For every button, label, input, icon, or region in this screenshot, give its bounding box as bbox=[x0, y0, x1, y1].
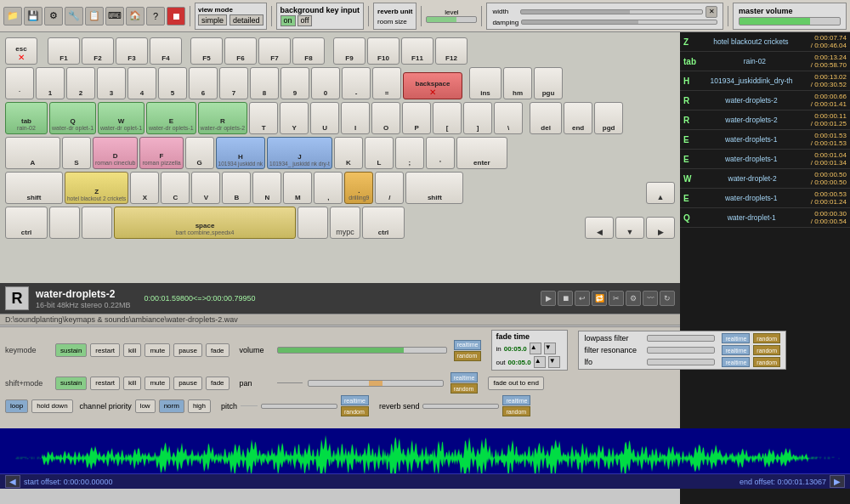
key-2[interactable]: 2 bbox=[66, 67, 95, 99]
key-c[interactable]: C bbox=[161, 172, 190, 204]
key-9[interactable]: 9 bbox=[280, 67, 309, 99]
key-f1[interactable]: F1 bbox=[48, 37, 80, 65]
lfo-random-btn[interactable]: random bbox=[753, 357, 780, 367]
lowpass-realtime-btn[interactable]: realtime bbox=[722, 333, 750, 343]
shiftmode-kill-btn[interactable]: kill bbox=[123, 377, 141, 390]
key-backtick[interactable]: ` bbox=[5, 67, 34, 99]
wf-btn-4[interactable]: 🔁 bbox=[592, 291, 607, 306]
fade-in-up-btn[interactable]: ▲ bbox=[530, 343, 541, 354]
key-v[interactable]: V bbox=[191, 172, 220, 204]
right-item-0[interactable]: Z hotel blackout2 crickets 0:00:07.74 / … bbox=[680, 32, 850, 52]
pan-random-btn[interactable]: random bbox=[450, 383, 479, 394]
keymode-fade-btn[interactable]: fade bbox=[206, 343, 230, 357]
key-k[interactable]: L bbox=[365, 137, 394, 169]
reverb-realtime-btn[interactable]: realtime bbox=[502, 395, 530, 405]
key-down[interactable]: ▼ bbox=[615, 217, 644, 239]
ch-prio-norm-btn[interactable]: norm bbox=[159, 399, 184, 413]
wf-next-btn[interactable]: ▶ bbox=[830, 475, 845, 488]
toolbar-icon-4[interactable]: 🔧 bbox=[65, 7, 83, 25]
key-alt-r[interactable] bbox=[298, 207, 328, 239]
key-home[interactable]: hm bbox=[503, 67, 532, 99]
key-f10[interactable]: F10 bbox=[367, 37, 400, 65]
wf-btn-6[interactable]: ⚙ bbox=[626, 291, 641, 306]
fade-out-down-btn[interactable]: ▼ bbox=[548, 356, 560, 368]
key-f5[interactable]: F5 bbox=[190, 37, 223, 65]
wf-btn-7[interactable]: 〰 bbox=[643, 291, 658, 306]
wf-btn-refresh[interactable]: ↻ bbox=[660, 291, 675, 306]
right-item-5[interactable]: E water-droplets-1 0:00:01.53 / 0:00:01.… bbox=[680, 130, 850, 150]
key-f3[interactable]: F3 bbox=[116, 37, 148, 65]
key-dot[interactable]: . drilling9 bbox=[344, 172, 373, 204]
keymode-sustain-btn[interactable]: sustain bbox=[55, 343, 87, 357]
key-f7[interactable]: F7 bbox=[258, 37, 291, 65]
key-comma[interactable]: , bbox=[314, 172, 343, 204]
key-q[interactable]: Q water-dr oplet-1 bbox=[49, 102, 96, 134]
key-lbracket[interactable]: [ bbox=[433, 102, 462, 134]
key-t[interactable]: T bbox=[249, 102, 278, 134]
key-f2[interactable]: F2 bbox=[82, 37, 114, 65]
key-f11[interactable]: F11 bbox=[401, 37, 434, 65]
view-simple-btn[interactable]: simple bbox=[198, 14, 227, 25]
toolbar-icon-5[interactable]: 📋 bbox=[85, 7, 104, 25]
key-7[interactable]: 7 bbox=[219, 67, 248, 99]
key-6[interactable]: 6 bbox=[189, 67, 218, 99]
key-j[interactable]: K bbox=[334, 137, 363, 169]
key-m[interactable]: M bbox=[283, 172, 312, 204]
key-1[interactable]: 1 bbox=[36, 67, 65, 99]
shiftmode-sustain-btn[interactable]: sustain bbox=[55, 377, 87, 390]
key-right[interactable]: ▶ bbox=[646, 217, 675, 239]
volume-random-btn[interactable]: random bbox=[454, 351, 482, 361]
key-left[interactable]: ◀ bbox=[585, 217, 614, 239]
toolbar-icon-7[interactable]: 🏠 bbox=[126, 7, 144, 25]
toolbar-icon-1[interactable]: 📁 bbox=[3, 7, 22, 25]
hold-down-btn[interactable]: hold down bbox=[31, 399, 72, 413]
toolbar-icon-2[interactable]: 💾 bbox=[24, 7, 42, 25]
key-a[interactable]: S bbox=[62, 137, 91, 169]
key-pgdown[interactable]: pgd bbox=[594, 102, 623, 134]
ch-prio-low-btn[interactable]: low bbox=[135, 399, 156, 413]
level-slider[interactable] bbox=[426, 16, 477, 23]
wf-btn-5[interactable]: ✂ bbox=[609, 291, 624, 306]
key-ctrl-r[interactable]: ctrl bbox=[362, 207, 405, 239]
resonance-slider[interactable] bbox=[647, 347, 715, 354]
key-f9[interactable]: F9 bbox=[333, 37, 366, 65]
key-alt-l[interactable] bbox=[82, 207, 112, 239]
lfo-slider[interactable] bbox=[647, 359, 715, 365]
pitch-slider[interactable] bbox=[261, 404, 337, 409]
right-item-4[interactable]: R water-droplets-2 0:00:00.11 / 0:00:01.… bbox=[680, 110, 850, 130]
key-f[interactable]: G bbox=[185, 137, 214, 169]
key-f8[interactable]: F8 bbox=[292, 37, 325, 65]
key-semicolon[interactable]: ' bbox=[426, 137, 455, 169]
key-n[interactable]: N bbox=[252, 172, 281, 204]
right-item-8[interactable]: E water-droplets-1 0:00:00.53 / 0:00:01.… bbox=[680, 189, 850, 208]
wf-prev-btn[interactable]: ◀ bbox=[5, 475, 20, 488]
key-minus[interactable]: - bbox=[342, 67, 371, 99]
key-slash[interactable]: / bbox=[375, 172, 404, 204]
key-u[interactable]: U bbox=[310, 102, 339, 134]
key-win-l[interactable] bbox=[49, 207, 80, 239]
key-win-r[interactable]: mypc bbox=[330, 207, 360, 239]
ch-prio-high-btn[interactable]: high bbox=[188, 399, 211, 413]
key-shift-l[interactable]: shift bbox=[5, 172, 63, 204]
toolbar-icon-6[interactable]: ⌨ bbox=[105, 7, 124, 25]
keymode-mute-btn[interactable]: mute bbox=[144, 343, 170, 357]
key-d[interactable]: F roman pizzella bbox=[139, 137, 183, 169]
toolbar-icon-8[interactable]: ? bbox=[146, 7, 165, 25]
wf-btn-3[interactable]: ↩ bbox=[575, 291, 590, 306]
lowpass-random-btn[interactable]: random bbox=[753, 333, 780, 343]
keymode-pause-btn[interactable]: pause bbox=[173, 343, 202, 357]
reverb-random-btn[interactable]: random bbox=[502, 406, 530, 416]
wf-btn-2[interactable]: ⏹ bbox=[558, 291, 573, 306]
key-backspace[interactable]: backspace ✕ bbox=[403, 72, 462, 99]
key-end[interactable]: end bbox=[564, 102, 592, 134]
key-b[interactable]: B bbox=[222, 172, 251, 204]
key-e[interactable]: E water-dr oplets-1 bbox=[146, 102, 196, 134]
key-enter[interactable]: enter bbox=[456, 137, 507, 169]
lowpass-slider[interactable] bbox=[647, 335, 715, 342]
key-f12[interactable]: F12 bbox=[435, 37, 468, 65]
right-item-6[interactable]: E water-droplets-1 0:00:01.04 / 0:00:01.… bbox=[680, 150, 850, 169]
toolbar-icon-stop[interactable]: ⏹ bbox=[167, 7, 185, 25]
master-vol-bar[interactable] bbox=[739, 17, 841, 25]
key-x[interactable]: X bbox=[130, 172, 159, 204]
key-l[interactable]: ; bbox=[395, 137, 424, 169]
